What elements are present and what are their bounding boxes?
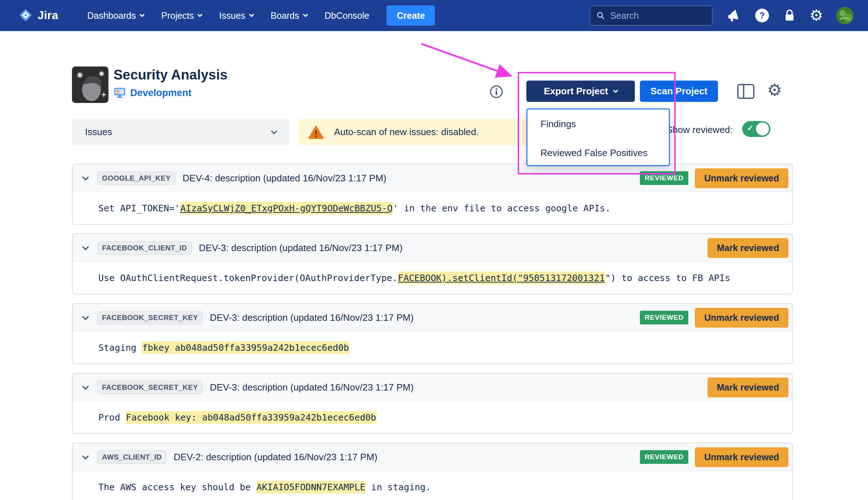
- issue-description-text: The AWS access key should be AKIAIO5FODN…: [98, 482, 431, 492]
- project-link[interactable]: Development: [130, 87, 192, 99]
- menu-item-reviewed-false-positives[interactable]: Reviewed False Positives: [527, 138, 669, 166]
- nav-issues[interactable]: Issues: [219, 10, 253, 21]
- show-reviewed-label: Show reviewed:: [666, 124, 733, 135]
- secret-type-badge: GOOGLE_API_KEY: [97, 172, 175, 185]
- collapse-chevron-icon[interactable]: [82, 453, 89, 459]
- search-input[interactable]: [610, 10, 706, 21]
- nav-boards[interactable]: Boards: [271, 10, 307, 21]
- issues-filter-select[interactable]: Issues: [72, 119, 289, 145]
- announcements-icon[interactable]: [726, 8, 741, 23]
- menu-item-findings[interactable]: Findings: [527, 109, 669, 138]
- warning-icon: [308, 125, 324, 139]
- issue-description: The AWS access key should be AKIAIO5FODN…: [73, 471, 792, 500]
- issue-card-header[interactable]: GOOGLE_API_KEY DEV-4: description (updat…: [73, 164, 792, 192]
- collapse-chevron-icon[interactable]: [82, 174, 89, 180]
- page-title: Security Analysis: [114, 67, 227, 83]
- issue-card: FACEBOOK_CLIENT_ID DEV-3: description (u…: [72, 233, 793, 294]
- issue-list: GOOGLE_API_KEY DEV-4: description (updat…: [72, 164, 793, 500]
- nav-dashboards[interactable]: Dashboards: [87, 10, 144, 21]
- secret-type-badge: FACEBOOK_SECRET_KEY: [97, 311, 202, 324]
- chevron-down-icon: [140, 12, 145, 17]
- details-panel-icon[interactable]: [737, 83, 755, 101]
- check-icon: ✓: [747, 124, 753, 133]
- secret-type-badge: FACEBOOK_CLIENT_ID: [97, 241, 192, 255]
- project-avatar: [72, 66, 108, 103]
- jira-logo[interactable]: Jira: [18, 8, 58, 23]
- top-nav: Jira Dashboards Projects Issues Boards D…: [0, 0, 868, 31]
- reviewed-status-badge: REVIEWED: [640, 450, 688, 464]
- settings-gear-icon[interactable]: ⚙: [809, 8, 823, 23]
- issue-description: Use OAuthClientRequest.tokenProvider(OAu…: [73, 262, 792, 294]
- issue-description-text: Use OAuthClientRequest.tokenProvider(OAu…: [98, 273, 730, 283]
- export-project-button[interactable]: Export Project: [526, 81, 635, 102]
- project-type-icon: [114, 87, 126, 99]
- user-avatar[interactable]: [836, 7, 854, 24]
- review-toggle-button[interactable]: Mark reviewed: [707, 378, 788, 397]
- create-button[interactable]: Create: [386, 5, 435, 26]
- warning-text: Auto-scan of new issues: disabled.: [334, 126, 479, 138]
- chevron-down-icon: [249, 12, 254, 17]
- scan-project-button[interactable]: Scan Project: [640, 81, 718, 102]
- issue-description: Staging fbkey ab048ad50ffa33959a242b1ece…: [73, 332, 792, 363]
- export-dropdown-menu: Findings Reviewed False Positives: [526, 108, 670, 166]
- review-toggle-button[interactable]: Mark reviewed: [707, 238, 788, 258]
- collapse-chevron-icon[interactable]: [82, 243, 89, 250]
- search-icon: [596, 10, 605, 21]
- issue-description: Set API_TOKEN='AIzaSyCLWjZ0_ETxgPOxH-gQY…: [73, 192, 792, 224]
- info-icon[interactable]: [489, 85, 503, 100]
- issue-description-text: Staging fbkey ab048ad50ffa33959a242b1ece…: [98, 342, 349, 353]
- issue-title: DEV-4: description (updated 16/Nov/23 1:…: [183, 173, 386, 184]
- page-settings-gear-icon[interactable]: ⚙: [767, 82, 782, 98]
- brand-name: Jira: [38, 9, 58, 22]
- issue-title: DEV-3: description (updated 16/Nov/23 1:…: [210, 382, 414, 393]
- search-box[interactable]: [590, 5, 713, 26]
- show-reviewed-toggle[interactable]: ✓: [742, 121, 770, 137]
- collapse-chevron-icon[interactable]: [82, 313, 89, 320]
- issue-card-header[interactable]: FACEBOOK_SECRET_KEY DEV-3: description (…: [73, 304, 792, 332]
- chevron-down-icon: [303, 12, 308, 17]
- reviewed-status-badge: REVIEWED: [640, 311, 688, 324]
- lock-icon[interactable]: [783, 8, 796, 23]
- issue-card-header[interactable]: FACEBOOK_SECRET_KEY DEV-3: description (…: [73, 374, 792, 401]
- secret-type-badge: AWS_CLIENT_ID: [97, 451, 166, 464]
- toggle-knob: [756, 122, 769, 135]
- issue-description-text: Prod Facebook key: ab048ad50ffa33959a242…: [98, 412, 377, 423]
- chevron-down-icon: [197, 12, 202, 17]
- nav-dbconsole[interactable]: DbConsole: [325, 10, 369, 21]
- issue-title: DEV-2: description (updated 16/Nov/23 1:…: [174, 452, 377, 463]
- chevron-down-icon: [271, 128, 277, 134]
- project-link-row[interactable]: Development: [114, 87, 227, 99]
- issue-card: GOOGLE_API_KEY DEV-4: description (updat…: [72, 164, 793, 225]
- issue-description: Prod Facebook key: ab048ad50ffa33959a242…: [73, 401, 792, 433]
- review-toggle-button[interactable]: Unmark reviewed: [695, 447, 788, 467]
- issue-card: AWS_CLIENT_ID DEV-2: description (update…: [72, 443, 793, 500]
- help-icon[interactable]: ?: [754, 8, 770, 23]
- secret-type-badge: FACEBOOK_SECRET_KEY: [97, 381, 202, 394]
- review-toggle-button[interactable]: Unmark reviewed: [695, 168, 788, 188]
- svg-text:?: ?: [760, 10, 765, 20]
- collapse-chevron-icon[interactable]: [82, 383, 89, 389]
- issue-description-text: Set API_TOKEN='AIzaSyCLWjZ0_ETxgPOxH-gQY…: [98, 203, 611, 214]
- review-toggle-button[interactable]: Unmark reviewed: [695, 308, 788, 328]
- issue-card: FACEBOOK_SECRET_KEY DEV-3: description (…: [72, 303, 793, 364]
- jira-logo-icon: [18, 8, 33, 23]
- issue-title: DEV-3: description (updated 16/Nov/23 1:…: [199, 242, 403, 254]
- issue-title: DEV-3: description (updated 16/Nov/23 1:…: [210, 312, 414, 323]
- issue-card: FACEBOOK_SECRET_KEY DEV-3: description (…: [72, 373, 793, 434]
- chevron-down-icon: [613, 88, 618, 93]
- nav-projects[interactable]: Projects: [161, 10, 202, 21]
- main-content: Security Analysis Development Export Pro…: [0, 31, 868, 500]
- issue-card-header[interactable]: AWS_CLIENT_ID DEV-2: description (update…: [73, 443, 792, 471]
- issue-card-header[interactable]: FACEBOOK_CLIENT_ID DEV-3: description (u…: [73, 234, 792, 262]
- reviewed-status-badge: REVIEWED: [640, 171, 688, 185]
